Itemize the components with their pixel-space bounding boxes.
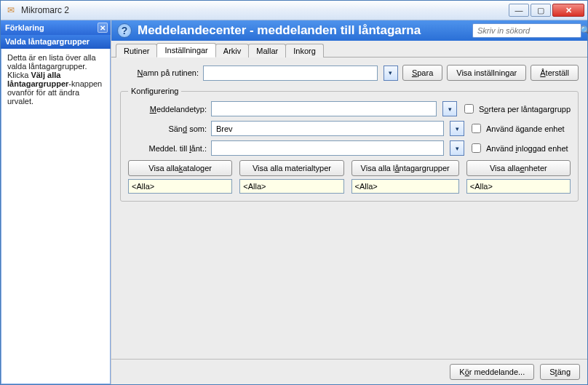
page-title: Meddelandecenter - meddelanden till lånt… (138, 23, 466, 38)
save-button[interactable]: Spara (402, 65, 442, 81)
search-input[interactable] (476, 25, 580, 36)
combo-sand-som[interactable]: Brev (211, 121, 444, 136)
show-all-catalogs-button[interactable]: Visa alla kataloger (128, 160, 232, 176)
tab-arkiv[interactable]: Arkiv (215, 44, 249, 57)
list-borrowergroups[interactable]: <Alla> (351, 179, 459, 194)
close-button[interactable]: ✕ (552, 4, 584, 17)
combo-name[interactable] (203, 66, 378, 81)
run-message-button[interactable]: Kör meddelande... (450, 364, 534, 380)
sidebar-body: Detta är en lista över alla valda låntag… (1, 49, 111, 384)
checkbox-inloggad-enhet[interactable]: Använd inloggad enhet (469, 141, 568, 155)
label-sand-som: Sänd som: (128, 124, 207, 133)
list-materialtypes[interactable]: <Alla> (239, 179, 343, 194)
combo-sand-som-dropdown[interactable]: ▾ (450, 121, 464, 136)
config-legend: Konfigurering (128, 87, 181, 95)
tab-bar: Rutiner Inställningar Arkiv Mallar Inkor… (111, 41, 587, 57)
label-name: Namn på rutinen: (120, 68, 199, 77)
search-box[interactable]: 🔍 (472, 23, 581, 38)
list-columns: Visa alla kataloger <Alla> Visa alla mat… (128, 160, 571, 194)
sidebar: Förklaring ✕ Valda låntagargrupper Detta… (1, 20, 111, 384)
window-title: Mikromarc 2 (21, 5, 69, 15)
show-all-materialtypes-button[interactable]: Visa alla materialtyper (239, 160, 343, 176)
minimize-button[interactable]: — (509, 4, 529, 17)
checkbox-sort-per-group-input[interactable] (464, 104, 474, 114)
list-catalogs[interactable]: <Alla> (128, 179, 232, 194)
reset-button[interactable]: Återställ (531, 65, 579, 81)
app-window: ✉ Mikromarc 2 — ▢ ✕ Förklaring ✕ Valda l… (0, 0, 588, 385)
combo-name-dropdown[interactable]: ▾ (384, 66, 398, 81)
show-all-units-button[interactable]: Visa alla enheter (466, 160, 571, 176)
combo-till-lant[interactable] (211, 140, 444, 156)
tab-inkorg[interactable]: Inkorg (285, 44, 324, 57)
tab-rutiner[interactable]: Rutiner (116, 44, 157, 57)
sidebar-panel-title: Förklaring (5, 23, 44, 32)
footer-bar: Kör meddelande... Stäng (111, 359, 587, 384)
content-row: Förklaring ✕ Valda låntagargrupper Detta… (1, 20, 587, 384)
combo-till-lant-dropdown[interactable]: ▾ (450, 140, 464, 156)
settings-panel: Namn på rutinen: ▾ Spara Visa inställnin… (111, 57, 587, 359)
combo-meddelandetyp-dropdown[interactable]: ▾ (442, 101, 457, 116)
checkbox-agande-enhet[interactable]: Använd ägande enhet (469, 122, 565, 135)
row-sand-som: Sänd som: Brev ▾ Använd ägande enhet (128, 121, 571, 136)
search-icon[interactable]: 🔍 (580, 25, 588, 36)
checkbox-inloggad-enhet-input[interactable] (472, 143, 481, 153)
close-panel-button[interactable]: Stäng (540, 364, 580, 380)
checkbox-sort-per-group[interactable]: Sortera per låntagargrupp (461, 102, 571, 116)
row-till-lant: Meddel. till lånt.: ▾ Använd inloggad en… (128, 140, 571, 156)
titlebar: ✉ Mikromarc 2 — ▢ ✕ (1, 1, 587, 20)
show-settings-button[interactable]: Visa inställningar (447, 65, 526, 81)
checkbox-agande-enhet-input[interactable] (472, 124, 481, 133)
help-icon[interactable]: ? (117, 23, 132, 38)
list-units[interactable]: <Alla> (466, 179, 571, 194)
sidebar-close-icon[interactable]: ✕ (98, 23, 108, 33)
row-name: Namn på rutinen: ▾ Spara Visa inställnin… (120, 65, 579, 81)
sidebar-panel-header: Förklaring ✕ (1, 20, 111, 35)
label-till-lant: Meddel. till lånt.: (128, 144, 207, 153)
tab-installningar[interactable]: Inställningar (156, 43, 215, 57)
row-meddelandetyp: Meddelandetyp: ▾ Sortera per låntagargru… (128, 101, 571, 116)
tab-mallar[interactable]: Mallar (248, 44, 286, 57)
app-icon: ✉ (5, 4, 17, 16)
label-meddelandetyp: Meddelandetyp: (128, 105, 207, 114)
config-fieldset: Konfigurering Meddelandetyp: ▾ Sortera p… (120, 87, 579, 202)
maximize-button[interactable]: ▢ (531, 4, 551, 17)
sidebar-subtitle: Valda låntagargrupper (1, 35, 111, 49)
main-header: ? Meddelandecenter - meddelanden till lå… (111, 20, 587, 41)
show-all-borrowergroups-button[interactable]: Visa alla låntagargrupper (351, 160, 459, 176)
main-pane: ? Meddelandecenter - meddelanden till lå… (111, 20, 587, 384)
combo-meddelandetyp[interactable] (211, 101, 437, 116)
